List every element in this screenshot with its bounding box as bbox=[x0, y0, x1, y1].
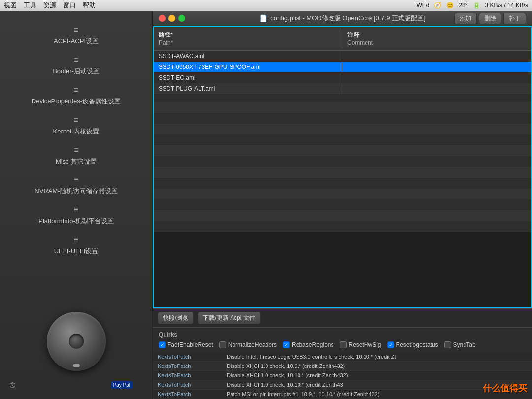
kexts-row: KextsToPatch Disable XHCI 1.0 check, 10.… bbox=[153, 380, 532, 390]
sidebar-item-acpi[interactable]: ≡ ACPI-ACPI设置 bbox=[0, 21, 152, 51]
table-row[interactable]: SSDT-PLUG-ALT.aml bbox=[154, 83, 531, 94]
dial-knob[interactable] bbox=[47, 312, 106, 371]
quirk-label-fadtenablereset: FadtEnableReset bbox=[167, 341, 213, 348]
td-path-1: SSDT-6650XT-73EF-GPU-SPOOF.aml bbox=[154, 62, 342, 72]
sidebar-share-row: ⎋ Pay Pal bbox=[0, 376, 152, 394]
sidebar-label-acpi: ACPI-ACPI设置 bbox=[54, 37, 99, 46]
editor-titlebar: 📄 config.plist - MOD修改版 OpenCore [0.7.9 … bbox=[153, 11, 532, 26]
uefi-icon: ≡ bbox=[74, 235, 78, 244]
kexts-col1-1: KextsToPatch bbox=[158, 363, 222, 369]
sidebar-label-uefi: UEFI-UEFI设置 bbox=[54, 247, 99, 256]
sidebar: ≡ ACPI-ACPI设置 ≡ Booter-启动设置 ≡ DeviceProp… bbox=[0, 11, 153, 399]
table-body: SSDT-AWAC.aml SSDT-6650XT-73EF-GPU-SPOOF… bbox=[154, 51, 531, 307]
menubar-compass-icon: 🧭 bbox=[434, 2, 441, 9]
checkbox-synctab[interactable] bbox=[444, 341, 451, 348]
quirk-resethwsig[interactable]: ResetHwSig bbox=[340, 341, 381, 348]
share-icon[interactable]: ⎋ bbox=[10, 380, 15, 390]
menubar-item-window[interactable]: 窗口 bbox=[63, 1, 76, 10]
td-comment-1 bbox=[342, 66, 531, 68]
td-comment-3 bbox=[342, 87, 531, 90]
kexts-col2-4: Patch MSI or pin interrupts #1, 10.9.*, … bbox=[227, 391, 527, 397]
minimize-button[interactable] bbox=[168, 15, 175, 22]
sidebar-bottom: ⎋ Pay Pal bbox=[0, 307, 152, 399]
menubar-battery-icon: 🔋 bbox=[473, 2, 480, 9]
editor-toolbar: 添加 删除 补丁 bbox=[454, 13, 526, 24]
sidebar-item-kernel[interactable]: ≡ Kernel-内核设置 bbox=[0, 111, 152, 141]
sidebar-label-booter: Booter-启动设置 bbox=[53, 67, 100, 76]
menubar-item-help[interactable]: 帮助 bbox=[83, 1, 96, 10]
acpi-icon: ≡ bbox=[74, 26, 78, 34]
empty-rows bbox=[154, 94, 531, 232]
td-comment-2 bbox=[342, 76, 531, 79]
maximize-button[interactable] bbox=[178, 15, 185, 22]
quirk-synctab[interactable]: SyncTab bbox=[444, 341, 476, 348]
sidebar-item-booter[interactable]: ≡ Booter-启动设置 bbox=[0, 51, 152, 81]
menubar-right: WEd 🧭 😊 28° 🔋 3 KB/s / 14 KB/s bbox=[416, 2, 528, 9]
kexts-col1-0: KextsToPatch bbox=[158, 354, 222, 360]
table-row[interactable]: SSDT-AWAC.aml bbox=[154, 51, 531, 62]
quirk-label-rebaseregions: RebaseRegions bbox=[292, 341, 333, 348]
menubar: 视图 工具 资源 窗口 帮助 WEd 🧭 😊 28° 🔋 3 KB/s / 14… bbox=[0, 0, 532, 11]
kexts-col2-3: Disable XHCI 1.0 check, 10.10.* (credit … bbox=[227, 382, 527, 388]
sidebar-label-misc: Misc-其它设置 bbox=[56, 158, 97, 166]
kexts-col1-2: KextsToPatch bbox=[158, 372, 222, 378]
checkbox-resethwsig[interactable] bbox=[340, 341, 347, 348]
paypal-badge: Pay Pal bbox=[111, 381, 133, 389]
table-row[interactable]: SSDT-6650XT-73EF-GPU-SPOOF.aml bbox=[154, 62, 531, 72]
editor-title-text: config.plist - MOD修改版 OpenCore [0.7.9 正式… bbox=[270, 14, 425, 23]
quirk-label-resethwsig: ResetHwSig bbox=[349, 341, 381, 348]
download-button[interactable]: 下载/更新 Acpi 文件 bbox=[198, 312, 260, 324]
action-bar: 快照/浏览 下载/更新 Acpi 文件 bbox=[153, 308, 532, 327]
main-window: ≡ ACPI-ACPI设置 ≡ Booter-启动设置 ≡ DeviceProp… bbox=[0, 11, 532, 399]
kexts-col2-1: Disable XHCI 1.0 check, 10.9.* (credit Z… bbox=[227, 363, 527, 369]
menubar-item-resources[interactable]: 资源 bbox=[43, 1, 56, 10]
sidebar-item-uefi[interactable]: ≡ UEFI-UEFI设置 bbox=[0, 231, 152, 261]
browse-button[interactable]: 快照/浏览 bbox=[158, 312, 194, 324]
patch-button[interactable]: 补丁 bbox=[503, 13, 526, 24]
quirk-resetlogostatus[interactable]: ✓ Resetlogostatus bbox=[387, 341, 438, 348]
quirk-normalizeheaders[interactable]: NormalizeHeaders bbox=[219, 341, 277, 348]
quirks-title: Quirks bbox=[159, 332, 526, 338]
quirk-label-resetlogostatus: Resetlogostatus bbox=[396, 341, 438, 348]
kexts-row: KextsToPatch Disable Intel, Fresco Logic… bbox=[153, 352, 532, 362]
kexts-col2-2: Disable XHCI 1.0 check, 10.10.* (credit … bbox=[227, 372, 527, 378]
checkbox-resetlogostatus[interactable]: ✓ bbox=[387, 341, 394, 348]
kexts-table: KextsToPatch Disable Intel, Fresco Logic… bbox=[153, 352, 532, 399]
sidebar-label-platforminfo: PlatformInfo-机型平台设置 bbox=[38, 217, 113, 226]
misc-icon: ≡ bbox=[74, 146, 78, 155]
sidebar-item-misc[interactable]: ≡ Misc-其它设置 bbox=[0, 141, 152, 171]
quirk-fadtenablereset[interactable]: ✓ FadtEnableReset bbox=[159, 341, 213, 348]
table-row[interactable]: SSDT-EC.aml bbox=[154, 72, 531, 83]
checkbox-normalizeheaders[interactable] bbox=[219, 341, 226, 348]
td-path-0: SSDT-AWAC.aml bbox=[154, 51, 342, 61]
menubar-left: 视图 工具 资源 窗口 帮助 bbox=[4, 1, 96, 10]
add-button[interactable]: 添加 bbox=[454, 13, 477, 24]
td-comment-0 bbox=[342, 55, 531, 58]
close-button[interactable] bbox=[159, 15, 166, 22]
checkbox-rebaseregions[interactable]: ✓ bbox=[283, 341, 290, 348]
traffic-lights bbox=[159, 15, 185, 22]
th-comment: 注释Comment bbox=[342, 29, 531, 48]
sidebar-item-deviceprops[interactable]: ≡ DeviceProperties-设备属性设置 bbox=[0, 81, 152, 111]
kexts-row: KextsToPatch Patch MSI or pin interrupts… bbox=[153, 390, 532, 399]
platforminfo-icon: ≡ bbox=[74, 205, 78, 214]
menubar-item-view[interactable]: 视图 bbox=[4, 1, 17, 10]
sidebar-item-platforminfo[interactable]: ≡ PlatformInfo-机型平台设置 bbox=[0, 200, 152, 231]
delete-button[interactable]: 删除 bbox=[479, 13, 501, 24]
deviceprops-icon: ≡ bbox=[74, 86, 78, 95]
sidebar-item-nvram[interactable]: ≡ NVRAM-随机访问储存器设置 bbox=[0, 170, 152, 200]
quirks-section: Quirks ✓ FadtEnableReset NormalizeHeader… bbox=[153, 327, 532, 352]
sidebar-label-kernel: Kernel-内核设置 bbox=[53, 128, 100, 136]
file-icon: 📄 bbox=[259, 14, 267, 22]
quirks-row: ✓ FadtEnableReset NormalizeHeaders ✓ Reb… bbox=[159, 341, 526, 348]
sidebar-label-deviceprops: DeviceProperties-设备属性设置 bbox=[32, 98, 121, 106]
quirk-rebaseregions[interactable]: ✓ RebaseRegions bbox=[283, 341, 333, 348]
checkbox-fadtenablereset[interactable]: ✓ bbox=[159, 341, 166, 348]
menubar-item-tools[interactable]: 工具 bbox=[24, 1, 36, 10]
menubar-temp: 28° bbox=[459, 2, 467, 9]
content-area: 📄 config.plist - MOD修改版 OpenCore [0.7.9 … bbox=[153, 11, 532, 399]
editor-title: 📄 config.plist - MOD修改版 OpenCore [0.7.9 … bbox=[259, 14, 425, 23]
booter-icon: ≡ bbox=[74, 56, 78, 65]
dial-center bbox=[69, 334, 84, 349]
sidebar-label-nvram: NVRAM-随机访问储存器设置 bbox=[34, 187, 117, 196]
